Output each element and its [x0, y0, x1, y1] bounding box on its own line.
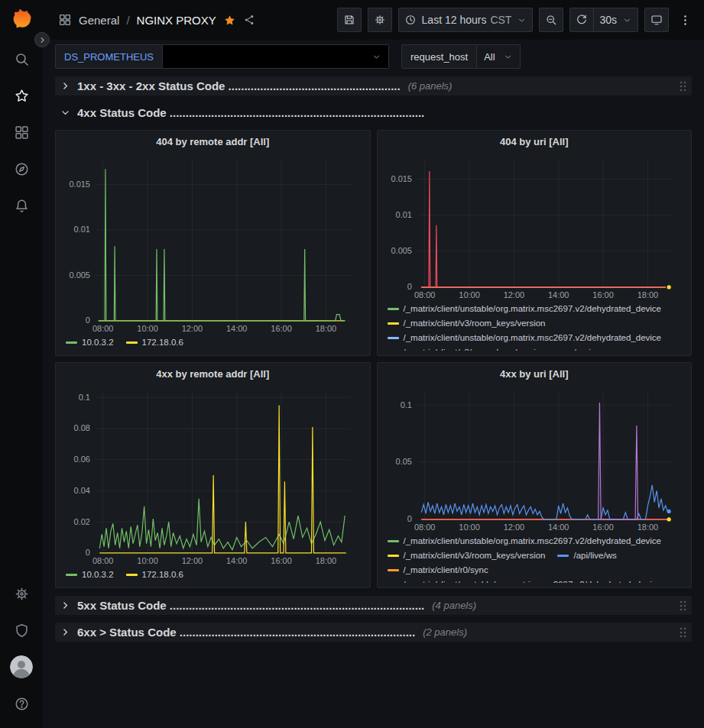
sidebar-item-dashboards[interactable] [6, 117, 37, 147]
apps-icon [14, 125, 30, 141]
legend-series-label: /sw.js [573, 348, 595, 351]
chart-4xx-by-remote-addr[interactable]: 08:0010:0012:0014:0016:0018:0000.020.040… [63, 383, 363, 567]
legend-item[interactable]: /sw.js [557, 348, 595, 351]
legend-item[interactable]: /_matrix/client/unstable/org.matrix.msc2… [388, 536, 662, 545]
save-icon [343, 14, 355, 26]
refresh-button[interactable] [569, 8, 594, 32]
more-options-button[interactable] [675, 8, 695, 32]
chart-legend: 10.0.3.2172.18.0.6 [63, 567, 363, 579]
legend-item[interactable]: /_matrix/client/unstable/org.matrix.msc2… [388, 304, 662, 313]
user-avatar[interactable] [10, 655, 33, 678]
chart-404-by-remote-addr[interactable]: 08:0010:0012:0014:0016:0018:0000.0050.01… [63, 151, 363, 335]
row-1xx-3xx-2xx-status-code[interactable]: 1xx - 3xx - 2xx Status Code ............… [55, 76, 692, 95]
svg-text:12:00: 12:00 [503, 523, 524, 532]
breadcrumb-folder[interactable]: General [79, 14, 119, 27]
svg-text:0.005: 0.005 [391, 246, 411, 255]
dashboard-settings-button[interactable] [368, 8, 392, 32]
legend-series-label: /_matrix/client/unstable/org.matrix.msc2… [404, 580, 662, 583]
monitor-icon [650, 14, 663, 26]
navbar-actions: Last 12 hours CST 30s [337, 8, 695, 32]
legend-item[interactable]: /_matrix/client/v3/room_keys/version [388, 551, 546, 560]
sidebar-item-explore[interactable] [6, 154, 37, 184]
svg-text:0.06: 0.06 [74, 455, 90, 464]
legend-series-color [388, 337, 399, 339]
sidebar-bottom [6, 575, 37, 722]
share-icon[interactable] [243, 14, 255, 26]
refresh-interval-label: 30s [599, 14, 617, 26]
svg-text:14:00: 14:00 [548, 523, 569, 532]
legend-item[interactable]: /_matrix/client/r0/sync [388, 565, 488, 574]
chart-4xx-by-uri[interactable]: 08:0010:0012:0014:0016:0018:0000.050.1 [384, 383, 685, 533]
panel-title[interactable]: 404 by remote addr [All] [63, 133, 363, 151]
row-panel-count: (2 panels) [423, 626, 467, 638]
svg-text:0.015: 0.015 [391, 174, 411, 183]
breadcrumb-dashboard-title[interactable]: NGINX PROXY [137, 14, 216, 27]
svg-text:0.01: 0.01 [74, 225, 90, 234]
row-5xx-status-code[interactable]: 5xx Status Code ........................… [55, 596, 692, 615]
legend-item[interactable]: 10.0.3.2 [66, 570, 114, 579]
refresh-interval-picker[interactable]: 30s [594, 8, 638, 32]
legend-item[interactable]: /_matrix/client/v3/room_keys/version [388, 319, 546, 328]
sidebar-item-starred[interactable] [6, 80, 37, 111]
breadcrumb: General / NGINX PROXY [58, 13, 337, 27]
avatar [10, 655, 33, 678]
legend-item[interactable]: /_matrix/client/unstable/org.matrix.msc2… [388, 580, 662, 583]
svg-text:08:00: 08:00 [92, 324, 113, 333]
row-4xx-status-code[interactable]: 4xx Status Code ........................… [55, 103, 692, 122]
row-drag-handle[interactable] [679, 600, 686, 612]
zoom-out-button[interactable] [539, 8, 563, 32]
time-range-picker[interactable]: Last 12 hours CST [398, 8, 534, 32]
panel-title[interactable]: 4xx by remote addr [All] [63, 365, 363, 383]
svg-text:16:00: 16:00 [271, 556, 291, 565]
navbar: General / NGINX PROXY La [43, 0, 704, 40]
bell-icon [14, 198, 30, 214]
apps-icon [58, 13, 72, 27]
search-icon [14, 51, 30, 67]
sidebar-item-server-admin[interactable] [6, 615, 37, 645]
sidebar-item-help[interactable] [6, 688, 37, 719]
row-drag-handle[interactable] [679, 80, 686, 92]
panel-404-by-uri: 404 by uri [All] 08:0010:0012:0014:0016:… [377, 130, 693, 356]
svg-text:0: 0 [86, 315, 90, 325]
variable-datasource: DS_PROMETHEUS [55, 44, 389, 69]
save-dashboard-button[interactable] [337, 8, 362, 32]
svg-text:18:00: 18:00 [637, 523, 657, 532]
sidebar-item-search[interactable] [6, 44, 37, 74]
grafana-logo[interactable] [10, 8, 34, 31]
legend-item[interactable]: 172.18.0.6 [126, 570, 183, 579]
chart-legend: /_matrix/client/unstable/org.matrix.msc2… [384, 301, 685, 351]
legend-series-label: /_matrix/client/v3/room_keys/version [404, 348, 546, 351]
legend-series-label: /_matrix/client/v3/room_keys/version [404, 551, 546, 560]
svg-text:0.1: 0.1 [400, 400, 411, 409]
datasource-label: DS_PROMETHEUS [55, 44, 163, 69]
sidebar-item-alerting[interactable] [6, 190, 37, 221]
breadcrumb-separator: / [126, 14, 129, 27]
legend-item[interactable]: /_matrix/client/unstable/org.matrix.msc2… [388, 333, 662, 342]
row-6xx-status-code[interactable]: 6xx > Status Code ......................… [55, 623, 692, 642]
request-host-select[interactable]: All [477, 44, 520, 69]
row-drag-handle[interactable] [679, 626, 686, 639]
legend-item[interactable]: 172.18.0.6 [126, 338, 183, 347]
panel-title[interactable]: 4xx by uri [All] [384, 365, 685, 383]
sidebar-item-configuration[interactable] [6, 578, 37, 609]
favorite-star-icon[interactable] [223, 14, 236, 27]
svg-text:18:00: 18:00 [316, 324, 336, 333]
request-host-value: All [484, 51, 495, 63]
chart-404-by-uri[interactable]: 08:0010:0012:0014:0016:0018:0000.0050.01… [384, 151, 685, 301]
legend-item[interactable]: /_matrix/client/v3/room_keys/version [388, 348, 546, 351]
panel-title[interactable]: 404 by uri [All] [384, 133, 685, 151]
sidebar-expand-button[interactable] [34, 32, 50, 47]
panel-4xx-by-uri: 4xx by uri [All] 08:0010:0012:0014:0016:… [377, 362, 693, 588]
cycle-view-mode-button[interactable] [644, 8, 669, 32]
svg-text:18:00: 18:00 [637, 290, 657, 299]
timezone-label: CST [490, 14, 511, 26]
svg-text:16:00: 16:00 [592, 523, 613, 532]
dashboard-variables: DS_PROMETHEUS request_host All [43, 40, 704, 73]
compass-icon [14, 161, 30, 177]
row-title: 4xx Status Code ........................… [77, 106, 424, 119]
legend-series-label: 10.0.3.2 [82, 338, 114, 347]
datasource-select[interactable] [163, 44, 389, 69]
legend-item[interactable]: 10.0.3.2 [66, 338, 114, 347]
legend-item[interactable]: /api/live/ws [557, 551, 616, 560]
chevron-right-icon [60, 81, 70, 91]
